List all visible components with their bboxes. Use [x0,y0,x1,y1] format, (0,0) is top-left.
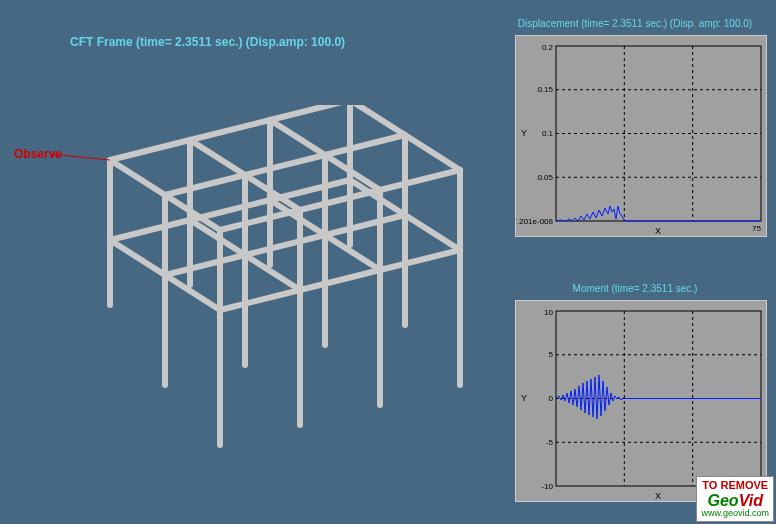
ytick-2: 0.1 [542,129,554,138]
ytick-b0: -10 [541,482,553,491]
displacement-chart: -7.201e-008 0.05 0.1 0.15 0.2 X Y 75 [515,35,767,237]
svg-text:75: 75 [752,224,761,233]
svg-line-16 [245,155,325,175]
ylabel-bot: Y [521,393,527,403]
ytick-b2: 0 [549,394,554,403]
svg-line-23 [190,140,245,175]
watermark-brand: GeoVid [701,492,769,510]
svg-line-37 [380,250,460,270]
svg-line-36 [300,270,380,290]
page-title: CFT Frame (time= 2.3511 sec.) (Disp.amp:… [70,35,345,49]
ytick-3: 0.15 [537,85,553,94]
xlabel-bot: X [655,491,661,501]
svg-line-13 [190,120,270,140]
ytick-0: -7.201e-008 [516,217,554,226]
ytick-b4: 10 [544,308,553,317]
svg-line-33 [245,235,325,255]
moment-chart-title: Moment (time= 2.3511 sec.) [495,283,775,294]
moment-chart: -10 -5 0 5 10 X Y [515,300,767,502]
svg-line-17 [325,135,405,155]
svg-line-15 [165,175,245,195]
svg-line-28 [405,135,460,170]
ytick-b3: 5 [549,350,554,359]
svg-line-38 [110,240,165,275]
svg-line-32 [165,255,245,275]
xlabel-top: X [655,226,661,236]
svg-line-14 [270,105,350,120]
svg-line-21 [110,160,165,195]
displacement-chart-title: Displacement (time= 2.3511 sec.) (Disp. … [495,18,775,29]
svg-line-25 [270,120,325,155]
svg-line-27 [350,105,405,135]
svg-line-34 [325,215,405,235]
ytick-4: 0.2 [542,43,554,52]
ylabel-top: Y [521,128,527,138]
watermark-url: www.geovid.com [701,509,769,519]
svg-line-30 [190,200,270,220]
ytick-b1: -5 [546,438,554,447]
svg-line-35 [220,290,300,310]
svg-line-12 [110,140,190,160]
watermark-line1: TO REMOVE [701,479,769,491]
svg-line-31 [270,180,350,200]
ytick-1: 0.05 [537,173,553,182]
watermark-badge: TO REMOVE GeoVid www.geovid.com [696,476,774,522]
cft-frame-viewport [50,105,470,455]
svg-line-46 [50,153,110,160]
svg-line-45 [405,215,460,250]
svg-line-20 [380,170,460,190]
svg-line-29 [110,220,190,240]
